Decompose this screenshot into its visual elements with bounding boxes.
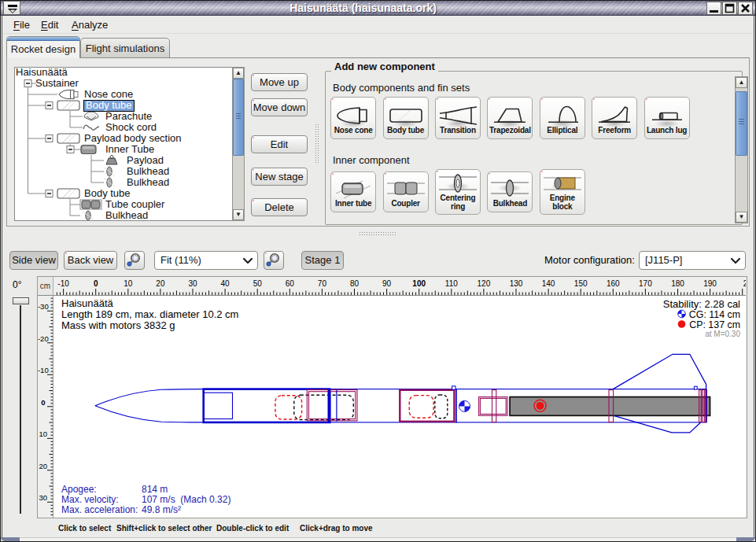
svg-text:30: 30 <box>188 279 197 288</box>
svg-text:170: 170 <box>639 279 652 288</box>
svg-text:90: 90 <box>382 279 392 288</box>
svg-text:70: 70 <box>318 279 327 288</box>
svg-text:50: 50 <box>253 279 263 288</box>
svg-text:10: 10 <box>124 279 133 288</box>
svg-text:0: 0 <box>41 398 45 407</box>
svg-text:200: 200 <box>743 279 746 288</box>
svg-text:-20: -20 <box>38 334 49 343</box>
svg-text:30: 30 <box>39 493 47 502</box>
svg-text:100: 100 <box>412 279 426 288</box>
svg-text:120: 120 <box>478 279 491 288</box>
svg-text:140: 140 <box>542 279 555 288</box>
svg-text:0: 0 <box>94 279 98 288</box>
svg-text:40: 40 <box>221 279 230 288</box>
svg-text:-30: -30 <box>38 302 49 311</box>
svg-text:-10: -10 <box>38 366 49 374</box>
svg-text:130: 130 <box>510 279 523 288</box>
svg-text:20: 20 <box>156 279 165 288</box>
svg-text:190: 190 <box>703 279 717 288</box>
svg-text:80: 80 <box>350 279 360 288</box>
svg-text:150: 150 <box>574 279 588 288</box>
svg-text:180: 180 <box>671 279 684 288</box>
svg-text:-10: -10 <box>57 279 69 288</box>
svg-text:10: 10 <box>39 430 47 438</box>
svg-text:20: 20 <box>39 462 47 470</box>
svg-text:160: 160 <box>607 279 620 288</box>
svg-text:60: 60 <box>286 279 295 288</box>
svg-text:110: 110 <box>445 279 458 288</box>
